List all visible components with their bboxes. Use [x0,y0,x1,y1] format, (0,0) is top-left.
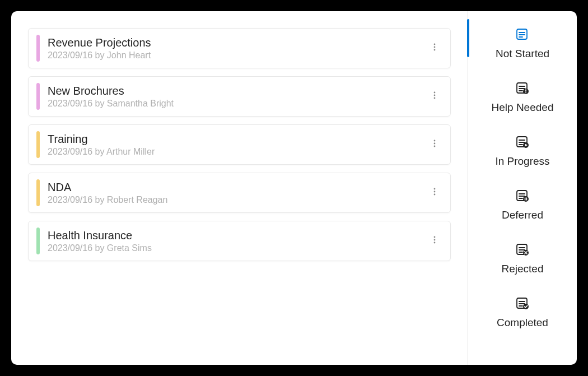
task-subtitle: 2023/09/16 by Samantha Bright [48,99,424,109]
svg-point-1 [434,47,436,48]
task-subtitle: 2023/09/16 by Robert Reagan [48,195,424,205]
status-stripe [36,83,40,110]
status-tabs: Not StartedHelp NeededIn ProgressDeferre… [468,11,577,365]
task-card[interactable]: Revenue Projections2023/09/16 by John He… [28,28,451,68]
svg-point-5 [434,98,436,99]
vertical-dots-icon [430,139,439,150]
task-title: NDA [48,180,424,194]
task-subtitle: 2023/09/16 by John Heart [48,50,424,61]
task-status-icon [515,243,530,263]
vertical-dots-icon [430,235,439,247]
svg-rect-24 [525,90,526,92]
svg-rect-25 [525,92,526,94]
task-status-icon [515,135,530,155]
task-card[interactable]: NDA2023/09/16 by Robert Reagan [28,173,451,213]
task-title: Revenue Projections [48,36,424,49]
task-card-body: New Brochures2023/09/16 by Samantha Brig… [48,84,424,109]
active-tab-indicator [467,19,469,57]
status-tab[interactable]: Rejected [468,232,577,286]
svg-point-2 [434,49,436,51]
vertical-dots-icon [430,91,439,102]
status-tab[interactable]: Deferred [468,178,577,232]
status-stripe [36,131,40,158]
status-tab[interactable]: In Progress [468,124,577,178]
status-tab-label: In Progress [495,155,549,168]
app-frame: Revenue Projections2023/09/16 by John He… [11,11,577,365]
svg-point-12 [434,236,436,238]
status-tab-label: Help Needed [492,101,554,114]
svg-point-13 [434,239,436,241]
task-card-body: NDA2023/09/16 by Robert Reagan [48,180,424,205]
svg-rect-15 [517,29,527,39]
status-tab-label: Not Started [496,48,549,60]
task-status-icon [515,189,530,209]
status-tab-label: Completed [497,317,548,329]
status-stripe [36,35,40,62]
svg-point-0 [434,44,436,45]
svg-rect-37 [525,198,526,201]
status-tab-label: Rejected [502,263,544,275]
task-menu-button[interactable] [424,183,445,203]
status-tab[interactable]: Completed [468,286,577,340]
task-card[interactable]: New Brochures2023/09/16 by Samantha Brig… [28,76,451,117]
svg-point-4 [434,95,436,96]
status-tab[interactable]: Help Needed [468,71,577,124]
task-title: Health Insurance [48,229,424,242]
svg-point-7 [434,143,436,145]
vertical-dots-icon [430,43,439,54]
svg-point-9 [434,188,436,190]
svg-rect-38 [526,198,528,201]
task-status-icon [515,81,530,101]
task-status-icon [515,27,530,48]
svg-point-8 [434,146,436,147]
status-stripe [36,228,40,254]
task-card[interactable]: Training2023/09/16 by Arthur Miller [28,124,451,165]
status-tab[interactable]: Not Started [468,17,577,71]
svg-point-6 [434,140,436,142]
task-card[interactable]: Health Insurance2023/09/16 by Greta Sims [28,221,451,261]
task-card-body: Training2023/09/16 by Arthur Miller [48,132,424,157]
task-status-icon [515,296,530,317]
task-card-body: Health Insurance2023/09/16 by Greta Sims [48,229,424,253]
task-title: New Brochures [48,84,424,98]
task-title: Training [48,132,424,146]
status-tab-label: Deferred [502,209,543,221]
svg-point-14 [434,242,436,244]
svg-point-10 [434,191,436,193]
task-subtitle: 2023/09/16 by Greta Sims [48,243,424,253]
svg-point-3 [434,92,436,94]
status-stripe [36,179,40,206]
task-menu-button[interactable] [424,86,445,106]
svg-point-11 [434,194,436,196]
task-menu-button[interactable] [424,38,445,58]
task-menu-button[interactable] [424,134,445,155]
task-subtitle: 2023/09/16 by Arthur Miller [48,147,424,157]
task-menu-button[interactable] [424,231,445,251]
svg-point-36 [523,196,529,202]
vertical-dots-icon [430,187,439,198]
task-list: Revenue Projections2023/09/16 by John He… [11,11,468,365]
task-card-body: Revenue Projections2023/09/16 by John He… [48,36,424,61]
